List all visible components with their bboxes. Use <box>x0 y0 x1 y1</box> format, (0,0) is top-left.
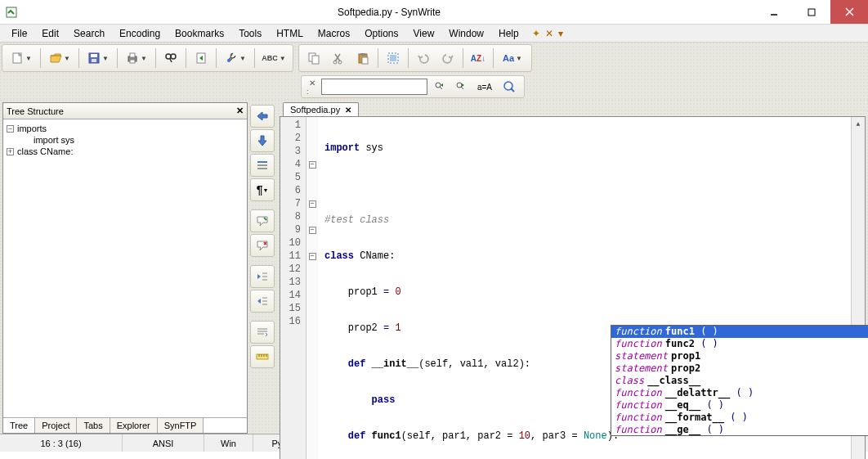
new-file-button[interactable]: ▼ <box>6 47 37 70</box>
menu-search[interactable]: Search <box>67 26 111 41</box>
vtool-bookmark[interactable] <box>250 154 275 177</box>
vtool-ruler[interactable] <box>250 345 275 368</box>
svg-line-27 <box>461 87 463 89</box>
menu-encoding[interactable]: Encoding <box>113 26 167 41</box>
menu-help[interactable]: Help <box>492 26 526 41</box>
tree-label: import sys <box>34 135 74 145</box>
svg-rect-32 <box>257 168 267 169</box>
sort-button[interactable]: AZ↓ <box>467 47 490 70</box>
file-tab[interactable]: Softpedia.py ✕ <box>283 102 359 116</box>
autocomplete-item[interactable]: statementprop2 <box>611 362 868 375</box>
window-title: Softpedia.py - SynWrite <box>23 7 755 18</box>
panel-tab-explorer[interactable]: Explorer <box>110 418 158 433</box>
vtool-indent[interactable] <box>250 265 275 288</box>
panel-tab-synftp[interactable]: SynFTP <box>158 418 204 433</box>
minimize-button[interactable] <box>755 0 793 24</box>
status-lineending[interactable]: Win <box>204 434 253 452</box>
svg-rect-9 <box>130 60 135 63</box>
svg-rect-23 <box>390 55 396 61</box>
autocomplete-list[interactable]: functionfunc1 ( )functionfunc2 ( )statem… <box>611 326 868 435</box>
menu-tools[interactable]: Tools <box>232 26 268 41</box>
menu-down-icon[interactable]: ▾ <box>558 28 563 39</box>
menu-bookmarks[interactable]: Bookmarks <box>168 26 230 41</box>
find-button[interactable] <box>159 47 182 70</box>
svg-rect-30 <box>257 161 267 163</box>
tree-node-class[interactable]: +class CName: <box>7 146 244 157</box>
search-next-button[interactable] <box>452 78 470 96</box>
redo-button[interactable] <box>436 47 459 70</box>
print-button[interactable]: ▼ <box>121 47 152 70</box>
autocomplete-popup[interactable]: functionfunc1 ( )functionfunc2 ( )statem… <box>611 325 868 436</box>
menu-macros[interactable]: Macros <box>311 26 356 41</box>
copy-button[interactable] <box>302 47 325 70</box>
search-input[interactable] <box>321 79 427 95</box>
tree-node-root[interactable]: −imports <box>7 123 244 134</box>
autocomplete-item[interactable]: function__format__ ( ) <box>611 412 868 424</box>
case-button[interactable]: Aa▼ <box>497 47 528 70</box>
select-all-button[interactable] <box>382 47 405 70</box>
menu-edit[interactable]: Edit <box>35 26 65 41</box>
panel-header: Tree Structure ✕ <box>3 103 247 119</box>
save-button[interactable]: ▼ <box>83 47 114 70</box>
panel-title: Tree Structure <box>7 106 64 116</box>
autocomplete-item[interactable]: functionfunc2 ( ) <box>611 338 868 350</box>
line-gutter: 1234 5678 9101112 13141516 <box>280 117 306 459</box>
app-icon <box>0 6 23 19</box>
maximize-button[interactable] <box>793 0 830 24</box>
paste-button[interactable] <box>351 47 374 70</box>
vtool-wrap[interactable] <box>250 321 275 344</box>
panel-tab-tabs[interactable]: Tabs <box>77 418 110 433</box>
search-case-button[interactable]: a=A <box>473 78 496 96</box>
svg-point-11 <box>171 54 176 59</box>
panel-tabs: Tree Project Tabs Explorer SynFTP <box>3 417 247 433</box>
tree-node-import[interactable]: import sys <box>7 134 244 146</box>
search-prev-button[interactable] <box>431 78 449 96</box>
autocomplete-item[interactable]: functionfunc1 ( ) <box>611 326 868 338</box>
panel-tab-project[interactable]: Project <box>35 418 77 433</box>
cut-button[interactable] <box>327 47 350 70</box>
autocomplete-item[interactable]: statementprop1 <box>611 350 868 362</box>
vtool-down[interactable] <box>250 129 275 152</box>
vtool-outdent[interactable] <box>250 290 275 313</box>
menu-window[interactable]: Window <box>442 26 490 41</box>
tree-panel: Tree Structure ✕ −imports import sys +cl… <box>2 102 248 434</box>
close-button[interactable] <box>830 0 868 24</box>
vertical-toolbar: ¶▼ <box>248 100 277 434</box>
menu-file[interactable]: File <box>5 26 34 41</box>
tree-view[interactable]: −imports import sys +class CName: <box>3 119 247 417</box>
menu-html[interactable]: HTML <box>270 26 310 41</box>
autocomplete-item[interactable]: class__class__ <box>611 375 868 387</box>
vtool-pilcrow[interactable]: ¶▼ <box>250 178 275 201</box>
svg-rect-2 <box>808 9 815 16</box>
goto-button[interactable] <box>190 47 213 70</box>
status-encoding[interactable]: ANSI <box>123 434 204 452</box>
panel-close-button[interactable]: ✕ <box>236 106 244 116</box>
search-dialog-button[interactable] <box>499 78 519 96</box>
undo-button[interactable] <box>412 47 435 70</box>
menubar: File Edit Search Encoding Bookmarks Tool… <box>0 25 868 43</box>
vtool-comment[interactable] <box>250 209 275 232</box>
panel-tab-tree[interactable]: Tree <box>3 418 35 433</box>
tools-button[interactable]: ▼ <box>220 47 251 70</box>
svg-point-10 <box>166 54 171 59</box>
tree-label: class CName: <box>17 146 73 156</box>
autocomplete-item[interactable]: function__ge__ ( ) <box>611 424 868 435</box>
menu-extras: ✦ ✕ ▾ <box>532 28 563 39</box>
fold-gutter[interactable]: − − −− <box>306 117 318 459</box>
svg-line-12 <box>170 59 172 62</box>
spellcheck-button[interactable]: ABC▼ <box>258 47 289 70</box>
pin-icon[interactable]: ✦ <box>532 28 540 39</box>
menu-view[interactable]: View <box>407 26 441 41</box>
toolbar-search: ✕: a=A <box>301 75 525 98</box>
menu-options[interactable]: Options <box>358 26 405 41</box>
file-tab-label: Softpedia.py <box>290 105 340 115</box>
autocomplete-item[interactable]: function__eq__ ( ) <box>611 399 868 412</box>
file-tab-close[interactable]: ✕ <box>345 106 351 115</box>
file-tabs: Softpedia.py ✕ <box>280 102 866 116</box>
vtool-back[interactable] <box>250 105 275 128</box>
vtool-uncomment[interactable] <box>250 234 275 257</box>
menu-close-icon[interactable]: ✕ <box>545 28 553 39</box>
open-file-button[interactable]: ▼ <box>44 47 75 70</box>
autocomplete-item[interactable]: function__delattr__ ( ) <box>611 387 868 399</box>
search-toolbar-close[interactable]: ✕: <box>306 79 318 96</box>
